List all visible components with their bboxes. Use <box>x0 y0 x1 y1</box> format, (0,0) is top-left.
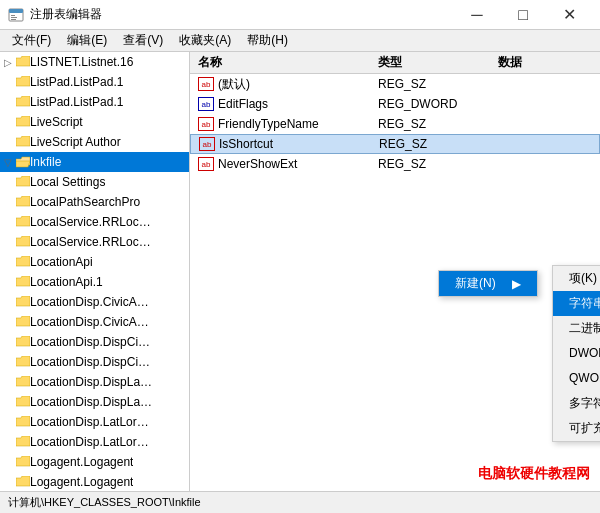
folder-icon <box>16 136 30 148</box>
tree-item-locationdisp2[interactable]: LocationDisp.CivicA… <box>0 312 189 332</box>
folder-icon <box>16 176 30 188</box>
tree-item-livescript[interactable]: LiveScript <box>0 112 189 132</box>
tree-item-livescriptauthor[interactable]: LiveScript Author <box>0 132 189 152</box>
folder-icon <box>16 376 30 388</box>
col-header-type: 类型 <box>378 54 498 71</box>
row-type-nevershowext: REG_SZ <box>378 157 498 171</box>
submenu-item-binary[interactable]: 二进制值(B) <box>553 316 600 341</box>
folder-icon <box>16 356 30 368</box>
tree-item-logagent2[interactable]: Logagent.Logagent <box>0 472 189 491</box>
folder-icon <box>16 56 30 68</box>
tree-item-inkfile[interactable]: ▽ Inkfile <box>0 152 189 172</box>
tree-item-locationdisp4[interactable]: LocationDisp.DispCi… <box>0 352 189 372</box>
content-row-default[interactable]: ab (默认) REG_SZ <box>190 74 600 94</box>
row-name-default: ab (默认) <box>198 76 378 93</box>
menu-bar: 文件(F) 编辑(E) 查看(V) 收藏夹(A) 帮助(H) <box>0 30 600 52</box>
row-type-default: REG_SZ <box>378 77 498 91</box>
submenu-arrow: ▶ <box>512 277 521 291</box>
submenu-item-key[interactable]: 项(K) <box>553 266 600 291</box>
context-menu-new[interactable]: 新建(N) ▶ <box>439 271 537 296</box>
folder-icon <box>16 396 30 408</box>
status-text: 计算机\HKEY_CLASSES_ROOT\Inkfile <box>8 495 201 510</box>
tree-item-listnet16[interactable]: ▷ LISTNET.Listnet.16 <box>0 52 189 72</box>
svg-rect-3 <box>11 17 17 18</box>
folder-icon <box>16 116 30 128</box>
folder-icon <box>16 76 30 88</box>
row-name-editflags: ab EditFlags <box>198 97 378 111</box>
folder-icon <box>16 216 30 228</box>
tree-item-locationapi[interactable]: LocationApi <box>0 252 189 272</box>
content-panel: 名称 类型 数据 ab (默认) REG_SZ ab EditFlags REG… <box>190 52 600 491</box>
tree-arrow: ▷ <box>4 57 16 68</box>
folder-icon <box>16 336 30 348</box>
submenu-item-multistring[interactable]: 多字符串值(M) <box>553 391 600 416</box>
tree-item-locationdisp3[interactable]: LocationDisp.DispCi… <box>0 332 189 352</box>
tree-item-listpad2[interactable]: ListPad.ListPad.1 <box>0 92 189 112</box>
folder-icon <box>16 236 30 248</box>
svg-rect-1 <box>9 9 23 13</box>
submenu-item-dword[interactable]: DWORD (32 位)值(D) <box>553 341 600 366</box>
tree-item-label: LISTNET.Listnet.16 <box>30 55 133 69</box>
content-rows: ab (默认) REG_SZ ab EditFlags REG_DWORD ab <box>190 74 600 174</box>
reg-sz-icon4: ab <box>198 157 214 171</box>
row-name-isshortcut: ab IsShortcut <box>199 137 379 151</box>
menu-favorites[interactable]: 收藏夹(A) <box>171 30 239 51</box>
tree-item-localsettings[interactable]: Local Settings <box>0 172 189 192</box>
close-button[interactable]: ✕ <box>546 0 592 30</box>
folder-icon <box>16 196 30 208</box>
tree-item-locationdisp1[interactable]: LocationDisp.CivicA… <box>0 292 189 312</box>
submenu-item-string[interactable]: 字符串值(S) <box>553 291 600 316</box>
tree-item-locationdisp6[interactable]: LocationDisp.DispLa… <box>0 392 189 412</box>
folder-icon <box>16 416 30 428</box>
submenu-item-qword[interactable]: QWORD (64 位)值(Q) <box>553 366 600 391</box>
tree-item-locationapi1[interactable]: LocationApi.1 <box>0 272 189 292</box>
content-row-friendlytypename[interactable]: ab FriendlyTypeName REG_SZ <box>190 114 600 134</box>
folder-icon <box>16 96 30 108</box>
menu-view[interactable]: 查看(V) <box>115 30 171 51</box>
tree-item-locationdisp8[interactable]: LocationDisp.LatLor… <box>0 432 189 452</box>
tree-item-locationdisp5[interactable]: LocationDisp.DispLa… <box>0 372 189 392</box>
app-icon <box>8 7 24 23</box>
main-area: ▷ LISTNET.Listnet.16 ListPad.ListPad.1 L… <box>0 52 600 491</box>
row-name-nevershowext: ab NeverShowExt <box>198 157 378 171</box>
folder-icon <box>16 276 30 288</box>
folder-icon <box>16 316 30 328</box>
submenu-item-expandstring[interactable]: 可扩充字符串值(E) <box>553 416 600 441</box>
svg-rect-4 <box>11 19 16 20</box>
tree-panel: ▷ LISTNET.Listnet.16 ListPad.ListPad.1 L… <box>0 52 190 491</box>
context-menu-new-label: 新建(N) <box>455 275 496 292</box>
content-row-nevershowext[interactable]: ab NeverShowExt REG_SZ <box>190 154 600 174</box>
tree-item-localpathsearch[interactable]: LocalPathSearchPro <box>0 192 189 212</box>
folder-icon <box>16 436 30 448</box>
col-header-name: 名称 <box>198 54 378 71</box>
content-row-editflags[interactable]: ab EditFlags REG_DWORD <box>190 94 600 114</box>
folder-icon <box>16 456 30 468</box>
maximize-button[interactable]: □ <box>500 0 546 30</box>
row-type-editflags: REG_DWORD <box>378 97 498 111</box>
tree-item-listpad1[interactable]: ListPad.ListPad.1 <box>0 72 189 92</box>
folder-icon <box>16 256 30 268</box>
tree-item-locationdisp7[interactable]: LocationDisp.LatLor… <box>0 412 189 432</box>
tree-item-logagent1[interactable]: Logagent.Logagent <box>0 452 189 472</box>
row-type-friendlytypename: REG_SZ <box>378 117 498 131</box>
context-menu: 新建(N) ▶ <box>438 270 538 297</box>
submenu: 项(K) 字符串值(S) 二进制值(B) DWORD (32 位)值(D) QW… <box>552 265 600 442</box>
reg-sz-icon2: ab <box>198 117 214 131</box>
title-controls: ─ □ ✕ <box>454 0 592 30</box>
reg-sz-icon3: ab <box>199 137 215 151</box>
menu-edit[interactable]: 编辑(E) <box>59 30 115 51</box>
tree-item-localservice1[interactable]: LocalService.RRLoc… <box>0 212 189 232</box>
content-row-isshortcut[interactable]: ab IsShortcut REG_SZ <box>190 134 600 154</box>
col-header-data: 数据 <box>498 54 592 71</box>
row-type-isshortcut: REG_SZ <box>379 137 499 151</box>
svg-rect-2 <box>11 15 15 16</box>
menu-file[interactable]: 文件(F) <box>4 30 59 51</box>
menu-help[interactable]: 帮助(H) <box>239 30 296 51</box>
tree-item-localservice2[interactable]: LocalService.RRLoc… <box>0 232 189 252</box>
watermark: 电脑软硬件教程网 <box>478 465 590 483</box>
row-name-friendlytypename: ab FriendlyTypeName <box>198 117 378 131</box>
folder-icon <box>16 296 30 308</box>
minimize-button[interactable]: ─ <box>454 0 500 30</box>
reg-sz-icon: ab <box>198 77 214 91</box>
folder-icon <box>16 476 30 488</box>
